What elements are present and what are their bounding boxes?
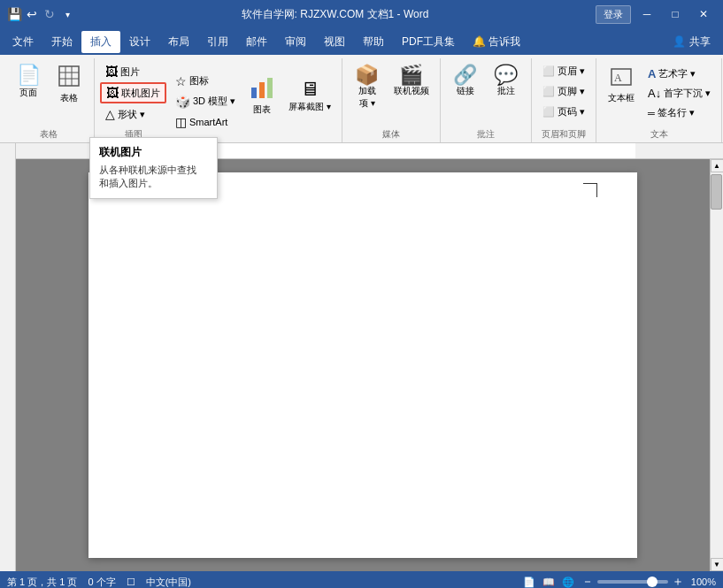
menu-view[interactable]: 视图 <box>315 31 354 53</box>
menu-mailings[interactable]: 邮件 <box>237 31 276 53</box>
vertical-ruler <box>0 159 16 571</box>
undo-icon[interactable]: ↩ <box>25 7 39 21</box>
view-btn-read[interactable]: 📖 <box>542 577 555 588</box>
menu-pdf[interactable]: PDF工具集 <box>393 31 464 53</box>
status-left: 第 1 页，共 1 页 0 个字 ☐ 中文(中国) <box>7 576 191 589</box>
dropcap-label: 首字下沉 ▾ <box>664 87 711 100</box>
ribbon-btn-online-picture[interactable]: 🖼 联机图片 <box>100 82 166 103</box>
smartart-label: SmartArt <box>189 117 227 127</box>
ribbon-group-media: 📦 加载项 ▾ 🎬 联机视频 媒体 <box>342 58 441 142</box>
footer-label: 页脚 ▾ <box>558 85 585 98</box>
document-area[interactable] <box>16 159 710 571</box>
view-btn-web[interactable]: 🌐 <box>562 577 574 588</box>
textbox-label: 文本框 <box>608 92 635 104</box>
menu-share[interactable]: 👤 共享 <box>664 31 719 53</box>
menu-home[interactable]: 开始 <box>42 31 81 53</box>
title-bar: 💾 ↩ ↻ ▾ 软件自学网: RJZXW.COM 文档1 - Word 登录 ─… <box>0 0 723 28</box>
menu-help[interactable]: 帮助 <box>354 31 393 53</box>
tooltip-desc-text: 从各种联机来源中查找和插入图片。 <box>99 164 196 188</box>
redo-icon[interactable]: ↻ <box>42 7 57 21</box>
text-sub-col: A 艺术字 ▾ A↓ 首字下沉 ▾ ═ 签名行 ▾ <box>642 62 716 122</box>
ribbon-btn-shapes[interactable]: △ 形状 ▾ <box>100 104 166 124</box>
ruler-corner[interactable] <box>0 143 16 159</box>
ribbon-group-links: 🔗 链接 💬 批注 批注 <box>441 58 532 142</box>
table-icon <box>58 65 80 90</box>
header-footer-group-label: 页眉和页脚 <box>542 126 586 141</box>
ribbon-btn-screenshot[interactable]: 🖥 屏幕截图 ▾ <box>283 74 336 117</box>
window-title: 软件自学网: RJZXW.COM 文档1 - Word <box>74 7 596 22</box>
ribbon-items-links: 🔗 链接 💬 批注 <box>446 62 526 126</box>
vertical-scrollbar[interactable]: ▲ ▼ <box>710 159 723 571</box>
3d-label: 3D 模型 ▾ <box>193 95 235 108</box>
ribbon-btn-addins[interactable]: 📦 加载项 ▾ <box>348 62 387 113</box>
menu-tell-me[interactable]: 🔔 告诉我 <box>464 31 529 53</box>
page-number-label: 页码 ▾ <box>558 105 585 118</box>
ribbon-btn-online-video[interactable]: 🎬 联机视频 <box>388 62 435 101</box>
scroll-track[interactable] <box>711 172 723 558</box>
title-bar-left: 💾 ↩ ↻ ▾ <box>7 7 74 21</box>
save-icon[interactable]: 💾 <box>7 7 21 21</box>
online-picture-label: 联机图片 <box>121 87 160 100</box>
ribbon-btn-page[interactable]: 📄 页面 <box>9 62 48 103</box>
ribbon-btn-wordart[interactable]: A 艺术字 ▾ <box>642 65 716 83</box>
macro-icon: ☐ <box>127 577 135 588</box>
close-button[interactable]: ✕ <box>691 2 716 27</box>
zoom-out-btn[interactable]: － <box>581 574 594 588</box>
ribbon-btn-chart[interactable]: 图表 <box>244 72 280 119</box>
minimize-button[interactable]: ─ <box>635 2 659 27</box>
ribbon-btn-dropcap[interactable]: A↓ 首字下沉 ▾ <box>642 84 716 103</box>
menu-bar: 文件 开始 插入 设计 布局 引用 邮件 审阅 视图 帮助 PDF工具集 🔔 告… <box>0 28 723 55</box>
screenshot-label: 屏幕截图 ▾ <box>288 101 331 113</box>
ribbon-btn-footer[interactable]: ⬜ 页脚 ▾ <box>537 82 590 101</box>
screenshot-col: 🖥 屏幕截图 ▾ <box>283 74 336 129</box>
zoom-slider-thumb[interactable] <box>647 577 658 587</box>
ribbon-items-media: 📦 加载项 ▾ 🎬 联机视频 <box>348 62 435 126</box>
ribbon-btn-link[interactable]: 🔗 链接 <box>446 62 485 101</box>
zoom-bar: － ＋ 100% <box>581 574 716 588</box>
ribbon-btn-icons[interactable]: ☆ 图标 <box>170 72 241 91</box>
tooltip-popup: 联机图片 从各种联机来源中查找和插入图片。 <box>89 137 218 199</box>
menu-layout[interactable]: 布局 <box>159 31 198 53</box>
ribbon-btn-page-number[interactable]: ⬜ 页码 ▾ <box>537 103 590 121</box>
icons-icon: ☆ <box>175 74 187 88</box>
title-bar-right: 登录 ─ □ ✕ <box>596 2 716 27</box>
online-video-icon: 🎬 <box>399 65 423 85</box>
addins-icon: 📦 <box>355 65 379 85</box>
icons-label: 图标 <box>189 74 209 88</box>
status-bar: 第 1 页，共 1 页 0 个字 ☐ 中文(中国) 📄 📖 🌐 － ＋ 100% <box>0 571 723 588</box>
menu-references[interactable]: 引用 <box>198 31 237 53</box>
ribbon-btn-signature[interactable]: ═ 签名行 ▾ <box>642 103 716 122</box>
ribbon-btn-table[interactable]: 表格 <box>50 62 88 108</box>
ribbon-btn-textbox[interactable]: A 文本框 <box>602 62 641 108</box>
menu-file[interactable]: 文件 <box>4 31 42 53</box>
view-btn-print[interactable]: 📄 <box>523 577 535 588</box>
ribbon-btn-header[interactable]: ⬜ 页眉 ▾ <box>537 62 590 80</box>
scroll-up-btn[interactable]: ▲ <box>711 159 724 172</box>
online-video-label: 联机视频 <box>394 85 429 97</box>
document-page[interactable] <box>88 172 637 558</box>
ribbon-btn-smartart[interactable]: ◫ SmartArt <box>170 112 241 132</box>
comment-label: 批注 <box>497 85 515 97</box>
ribbon-btn-picture[interactable]: 🖼 图片 <box>100 62 166 81</box>
text-group-label: 文本 <box>650 126 668 141</box>
page-info: 第 1 页，共 1 页 <box>7 576 77 589</box>
customize-qat-icon[interactable]: ▾ <box>60 7 74 21</box>
illustrations-col-right: ☆ 图标 🎲 3D 模型 ▾ ◫ SmartArt <box>170 72 241 132</box>
page-icon: 📄 <box>17 65 41 85</box>
ribbon-group-header-footer: ⬜ 页眉 ▾ ⬜ 页脚 ▾ ⬜ 页码 ▾ 页眉和页脚 <box>532 58 596 142</box>
login-button[interactable]: 登录 <box>596 5 631 24</box>
ribbon-group-text: A 文本框 A 艺术字 ▾ A↓ 首字下沉 ▾ ═ 签名行 ▾ <box>596 58 722 142</box>
menu-design[interactable]: 设计 <box>120 31 159 53</box>
ribbon-btn-3d[interactable]: 🎲 3D 模型 ▾ <box>170 92 241 111</box>
restore-button[interactable]: □ <box>663 2 688 27</box>
ribbon-btn-comment[interactable]: 💬 批注 <box>487 62 526 101</box>
zoom-slider[interactable] <box>597 580 668 584</box>
zoom-in-btn[interactable]: ＋ <box>672 574 684 588</box>
scroll-thumb[interactable] <box>711 174 722 210</box>
signature-icon: ═ <box>648 108 655 118</box>
scroll-down-btn[interactable]: ▼ <box>711 558 724 571</box>
page-corner-tr <box>583 183 597 197</box>
menu-review[interactable]: 审阅 <box>276 31 315 53</box>
shapes-label: 形状 ▾ <box>118 108 145 121</box>
menu-insert[interactable]: 插入 <box>81 31 120 53</box>
